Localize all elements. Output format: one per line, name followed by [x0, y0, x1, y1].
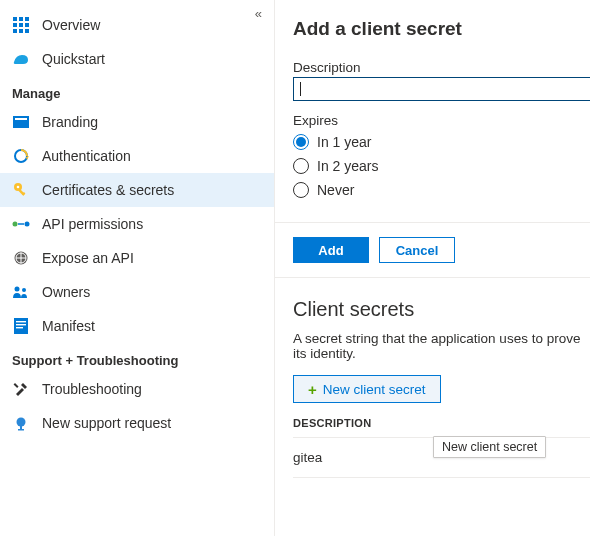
button-bar: Add Cancel: [275, 223, 590, 278]
group-header-support: Support + Troubleshooting: [0, 343, 274, 372]
expose-api-icon: [12, 249, 30, 267]
sidebar-item-certificates-secrets[interactable]: Certificates & secrets: [0, 173, 274, 207]
svg-rect-6: [13, 29, 17, 33]
cancel-button[interactable]: Cancel: [379, 237, 455, 263]
sidebar-item-overview[interactable]: Overview: [0, 8, 274, 42]
quickstart-icon: [12, 50, 30, 68]
sidebar-label: Certificates & secrets: [42, 182, 174, 198]
plus-icon: +: [308, 381, 317, 398]
radio-icon: [293, 158, 309, 174]
svg-rect-3: [13, 23, 17, 27]
owners-icon: [12, 283, 30, 301]
svg-rect-10: [15, 118, 27, 120]
sidebar-label: Overview: [42, 17, 100, 33]
description-label: Description: [293, 60, 590, 75]
troubleshooting-icon: [12, 380, 30, 398]
pane-title: Add a client secret: [293, 18, 590, 40]
radio-label: Never: [317, 182, 354, 198]
sidebar-label: Manifest: [42, 318, 95, 334]
key-icon: [12, 181, 30, 199]
api-permissions-icon: [12, 215, 30, 233]
svg-point-22: [22, 288, 26, 292]
sidebar: « Overview Quickstart Manage Branding Au…: [0, 0, 275, 536]
svg-rect-30: [18, 429, 24, 431]
expires-option-2-years[interactable]: In 2 years: [293, 154, 590, 178]
section-heading: Client secrets: [293, 298, 590, 321]
radio-label: In 1 year: [317, 134, 371, 150]
authentication-icon: [12, 147, 30, 165]
group-header-manage: Manage: [0, 76, 274, 105]
svg-point-19: [25, 222, 30, 227]
sidebar-label: API permissions: [42, 216, 143, 232]
sidebar-label: Troubleshooting: [42, 381, 142, 397]
svg-rect-4: [19, 23, 23, 27]
svg-rect-25: [16, 324, 26, 325]
sidebar-label: Authentication: [42, 148, 131, 164]
main-content: Add a client secret Description Expires …: [275, 0, 590, 536]
section-description: A secret string that the application use…: [293, 331, 590, 361]
svg-rect-7: [19, 29, 23, 33]
new-client-secret-button[interactable]: + New client secret: [293, 375, 441, 403]
svg-rect-0: [13, 17, 17, 21]
expires-label: Expires: [293, 113, 590, 128]
manifest-icon: [12, 317, 30, 335]
sidebar-item-authentication[interactable]: Authentication: [0, 139, 274, 173]
svg-rect-26: [16, 327, 23, 328]
svg-point-21: [15, 287, 20, 292]
svg-rect-23: [14, 318, 28, 334]
sidebar-label: New support request: [42, 415, 171, 431]
svg-rect-5: [25, 23, 29, 27]
sidebar-item-new-support-request[interactable]: New support request: [0, 406, 274, 440]
svg-point-14: [17, 186, 20, 189]
svg-rect-27: [14, 383, 19, 388]
svg-rect-9: [13, 116, 29, 128]
svg-point-28: [17, 418, 26, 427]
expires-option-1-year[interactable]: In 1 year: [293, 130, 590, 154]
sidebar-item-manifest[interactable]: Manifest: [0, 309, 274, 343]
sidebar-label: Branding: [42, 114, 98, 130]
svg-rect-24: [16, 321, 26, 322]
sidebar-item-owners[interactable]: Owners: [0, 275, 274, 309]
collapse-icon[interactable]: «: [255, 6, 262, 21]
sidebar-item-expose-api[interactable]: Expose an API: [0, 241, 274, 275]
branding-icon: [12, 113, 30, 131]
sidebar-label: Expose an API: [42, 250, 134, 266]
tooltip: New client secret: [433, 436, 546, 458]
description-input[interactable]: [293, 77, 590, 101]
svg-rect-1: [19, 17, 23, 21]
sidebar-item-api-permissions[interactable]: API permissions: [0, 207, 274, 241]
overview-icon: [12, 16, 30, 34]
radio-icon: [293, 134, 309, 150]
svg-rect-2: [25, 17, 29, 21]
svg-point-17: [13, 222, 18, 227]
sidebar-label: Owners: [42, 284, 90, 300]
radio-icon: [293, 182, 309, 198]
sidebar-item-branding[interactable]: Branding: [0, 105, 274, 139]
sidebar-item-quickstart[interactable]: Quickstart: [0, 42, 274, 76]
sidebar-item-troubleshooting[interactable]: Troubleshooting: [0, 372, 274, 406]
new-client-secret-label: New client secret: [323, 382, 426, 397]
add-client-secret-pane: Add a client secret Description Expires …: [275, 0, 590, 223]
add-button[interactable]: Add: [293, 237, 369, 263]
svg-rect-8: [25, 29, 29, 33]
row-description: gitea: [293, 450, 322, 465]
col-description: Description: [293, 417, 371, 429]
support-icon: [12, 414, 30, 432]
expires-option-never[interactable]: Never: [293, 178, 590, 202]
radio-label: In 2 years: [317, 158, 378, 174]
sidebar-label: Quickstart: [42, 51, 105, 67]
